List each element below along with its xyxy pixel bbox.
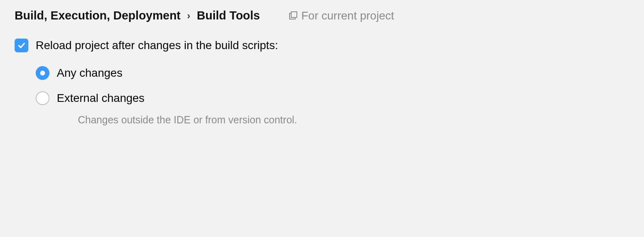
scope-indicator: For current project: [288, 9, 394, 22]
svg-rect-1: [291, 12, 297, 17]
breadcrumb-current: Build Tools: [197, 9, 260, 22]
radio-external-changes-input[interactable]: [36, 91, 49, 105]
radio-any-changes-input[interactable]: [36, 66, 49, 80]
checkmark-icon: [17, 41, 26, 50]
reload-project-label: Reload project after changes in the buil…: [36, 39, 278, 52]
breadcrumb-separator: ›: [187, 10, 190, 22]
breadcrumb: Build, Execution, Deployment › Build Too…: [15, 9, 260, 22]
scope-text: For current project: [301, 9, 394, 22]
settings-header: Build, Execution, Deployment › Build Too…: [15, 9, 629, 22]
radio-external-changes[interactable]: External changes: [36, 91, 629, 105]
project-scope-icon: [288, 11, 298, 21]
breadcrumb-parent[interactable]: Build, Execution, Deployment: [15, 9, 180, 22]
radio-external-changes-description: Changes outside the IDE or from version …: [78, 114, 629, 126]
reload-mode-radio-group: Any changes External changes Changes out…: [36, 66, 629, 126]
reload-project-checkbox[interactable]: [15, 39, 28, 52]
reload-project-option[interactable]: Reload project after changes in the buil…: [15, 39, 629, 52]
radio-external-changes-label: External changes: [57, 92, 144, 105]
radio-any-changes[interactable]: Any changes: [36, 66, 629, 80]
radio-any-changes-label: Any changes: [57, 67, 122, 80]
